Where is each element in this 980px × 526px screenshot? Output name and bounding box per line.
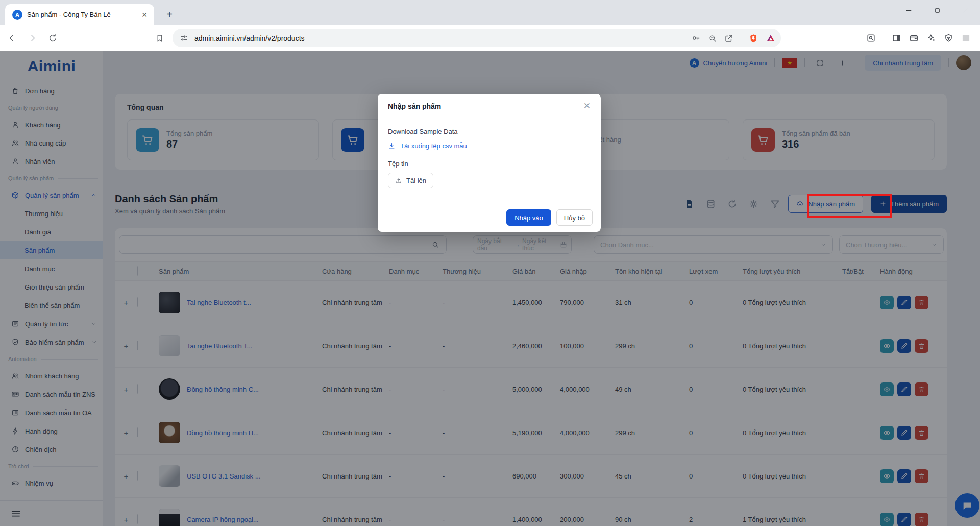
tab-close-icon[interactable]: ✕ <box>140 10 149 19</box>
zoom-out-icon[interactable] <box>708 34 717 43</box>
url-text[interactable]: admin.aimini.vn/admin/v2/products <box>194 34 691 42</box>
leo-ai-icon[interactable] <box>926 33 936 43</box>
browser-menu-icon[interactable] <box>961 33 971 43</box>
import-products-modal: Nhập sản phẩm ✕ Download Sample Data Tải… <box>378 94 601 232</box>
browser-tabstrip: A Sản phẩm - Công Ty Bán Lẻ ✕ + <box>0 0 980 25</box>
minimize-button[interactable] <box>894 0 923 20</box>
vpn-icon[interactable] <box>944 33 953 43</box>
cancel-button[interactable]: Hủy bỏ <box>556 209 593 226</box>
new-tab-button[interactable]: + <box>162 7 177 21</box>
browser-navbar: admin.aimini.vn/admin/v2/products <box>0 25 980 51</box>
upload-button-label: Tải lên <box>406 177 426 184</box>
tab-favicon-icon: A <box>12 10 22 20</box>
browser-tab[interactable]: A Sản phẩm - Công Ty Bán Lẻ ✕ <box>5 4 154 25</box>
search-tabs-icon[interactable] <box>866 33 876 43</box>
bookmark-button[interactable] <box>151 30 168 47</box>
url-bar[interactable]: admin.aimini.vn/admin/v2/products <box>173 29 781 47</box>
modal-close-icon[interactable]: ✕ <box>583 101 591 111</box>
download-icon <box>388 142 396 150</box>
screen: A Sản phẩm - Công Ty Bán Lẻ ✕ + admin.ai… <box>0 0 980 526</box>
sample-data-label: Download Sample Data <box>388 128 591 135</box>
maximize-button[interactable] <box>923 0 951 20</box>
side-panel-icon[interactable] <box>892 33 901 43</box>
close-icon <box>963 7 969 14</box>
modal-header: Nhập sản phẩm ✕ <box>378 94 601 118</box>
bookmark-icon <box>155 34 164 43</box>
navbar-right-icons <box>866 29 971 47</box>
site-settings-icon[interactable] <box>180 34 188 42</box>
maximize-icon <box>934 7 941 14</box>
divider <box>741 34 741 43</box>
close-button[interactable] <box>951 0 980 20</box>
download-link-label: Tải xuống tệp csv mẫu <box>400 142 467 150</box>
window-controls <box>894 0 980 20</box>
minimize-icon <box>905 7 912 14</box>
tab-title: Sản phẩm - Công Ty Bán Lẻ <box>27 11 135 18</box>
upload-file-button[interactable]: Tải lên <box>388 173 433 188</box>
forward-button[interactable] <box>23 30 41 47</box>
upload-icon <box>395 177 402 184</box>
modal-title: Nhập sản phẩm <box>388 102 441 110</box>
brave-rewards-icon[interactable] <box>766 33 776 43</box>
import-confirm-button[interactable]: Nhập vào <box>506 209 551 226</box>
share-icon[interactable] <box>724 34 733 43</box>
modal-body: Download Sample Data Tải xuống tệp csv m… <box>378 118 601 203</box>
reload-icon <box>48 33 58 43</box>
back-icon <box>7 33 17 43</box>
brave-shield-icon[interactable] <box>748 33 758 43</box>
back-button[interactable] <box>3 30 20 47</box>
download-sample-link[interactable]: Tải xuống tệp csv mẫu <box>388 142 591 150</box>
modal-footer: Nhập vào Hủy bỏ <box>378 203 601 232</box>
password-key-icon[interactable] <box>691 33 701 43</box>
forward-icon <box>28 33 37 43</box>
divider <box>884 34 884 43</box>
wallet-icon[interactable] <box>909 33 919 43</box>
annotation-highlight-box <box>807 194 892 218</box>
reload-button[interactable] <box>44 30 61 47</box>
file-label: Tệp tin <box>388 160 591 168</box>
